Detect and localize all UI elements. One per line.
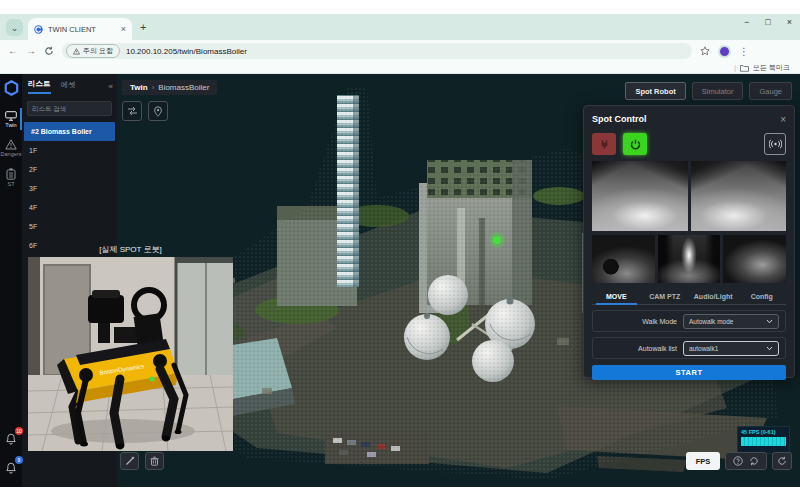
list-search-input[interactable] [27, 101, 112, 116]
pencil-icon [125, 456, 135, 466]
spot-robot-photo: BostonDynamics [28, 257, 233, 451]
refresh-icon [777, 456, 787, 466]
autowalk-list-label: Autowalk list [638, 345, 677, 352]
browser-toolbar: ← → 주의 요함 10.200.10.205/twin/BiomassBoil… [0, 40, 800, 62]
view-button-gauge[interactable]: Gauge [749, 82, 792, 100]
measure-button[interactable] [120, 452, 139, 470]
browser-menu-button[interactable]: ⋮ [739, 46, 749, 57]
bell-icon [5, 433, 17, 445]
tab-close-icon[interactable]: × [121, 24, 126, 34]
camera-feed-left [592, 235, 655, 283]
list-item[interactable]: 4F [22, 198, 117, 217]
sidebar-collapse-button[interactable]: « [109, 82, 113, 91]
camera-feed-front-right [691, 161, 787, 231]
monitor-icon [5, 111, 17, 121]
list-item[interactable]: #2 Biomass Boiler [24, 122, 115, 141]
spot-control-panel: Spot Control × [583, 105, 795, 378]
signal-icon [769, 139, 782, 149]
location-pin-icon [153, 106, 163, 117]
control-tab-move[interactable]: MOVE [592, 289, 641, 304]
rail-item-dangers[interactable]: Dangers [0, 134, 22, 161]
security-chip-label: 주의 요함 [83, 46, 113, 56]
robot-position-marker[interactable] [493, 236, 501, 244]
bookmarks-divider: | [734, 63, 736, 72]
panel-title: Spot Control [592, 114, 647, 124]
alert-count-badge: 10 [15, 427, 23, 435]
site-security-chip[interactable]: 주의 요함 [66, 44, 120, 58]
window-close-button[interactable]: × [787, 17, 792, 27]
autowalk-list-value: autowalk1 [689, 345, 763, 352]
profile-avatar[interactable] [718, 45, 731, 58]
notice-count-badge: 9 [15, 456, 23, 464]
walk-mode-value: Autowalk mode [689, 318, 763, 325]
camera-feed-front-left [592, 161, 688, 231]
bookmarks-bar: | 모든 북마크 [0, 62, 800, 74]
walk-mode-row: Walk Mode Autowalk mode [592, 310, 786, 332]
breadcrumb-current: BiomassBoiler [158, 83, 209, 92]
app-rail: Twin Dangers ST 10 9 [0, 74, 22, 487]
location-pin-button[interactable] [148, 101, 168, 121]
breadcrumb-root[interactable]: Twin [130, 83, 148, 92]
list-item[interactable]: 3F [22, 179, 117, 198]
window-minimize-button[interactable]: − [744, 17, 749, 27]
sidebar-tab-asset[interactable]: 에셋 [61, 80, 76, 93]
list-item[interactable]: 1F [22, 141, 117, 160]
browser-tab[interactable]: TWIN CLIENT × [28, 18, 132, 40]
screenshot-root: ⌄ TWIN CLIENT × + − □ × ← → 주의 요함 10.200… [0, 0, 800, 500]
app-logo [4, 80, 19, 96]
walk-mode-select[interactable]: Autowalk mode [683, 314, 779, 329]
chevron-down-icon: ⌄ [11, 23, 19, 33]
delete-button[interactable] [145, 452, 164, 470]
camera-feed-back [658, 235, 721, 283]
reload-button[interactable] [44, 46, 54, 56]
warning-icon [73, 48, 80, 55]
refresh-view-button[interactable] [772, 452, 792, 470]
breadcrumb: Twin › BiomassBoiler [122, 80, 217, 95]
battery-icon [6, 168, 16, 180]
rail-item-st[interactable]: ST [0, 163, 22, 191]
camera-feed-right [723, 235, 786, 283]
bell-icon [5, 462, 17, 474]
breadcrumb-separator: › [152, 83, 155, 92]
list-item[interactable]: 5F [22, 217, 117, 236]
panel-close-button[interactable]: × [780, 114, 786, 125]
power-on-button[interactable] [623, 133, 647, 155]
view-button-spot-robot[interactable]: Spot Robot [625, 82, 685, 100]
url-bar[interactable]: 주의 요함 10.200.10.205/twin/BiomassBoiler [62, 43, 692, 59]
control-tab-audio-light[interactable]: Audio/Light [689, 289, 738, 304]
new-tab-button[interactable]: + [140, 21, 146, 33]
start-button[interactable]: START [592, 365, 786, 380]
star-icon [700, 46, 710, 56]
compare-view-button[interactable] [122, 101, 142, 121]
control-tab-cam-ptz[interactable]: CAM PTZ [641, 289, 690, 304]
chevron-down-icon [766, 346, 773, 351]
spot-robot-illustration: BostonDynamics [28, 257, 233, 451]
view-button-simulator[interactable]: Simulator [692, 82, 744, 100]
alerts-button[interactable]: 10 [5, 431, 17, 449]
list-item[interactable]: 2F [22, 160, 117, 179]
control-tab-config[interactable]: Config [738, 289, 787, 304]
twin-app: Twin Dangers ST 10 9 리스트 [0, 74, 800, 487]
all-bookmarks-button[interactable]: 모든 북마크 [753, 63, 790, 73]
autowalk-list-select[interactable]: autowalk1 [683, 341, 779, 356]
trash-icon [150, 456, 159, 466]
compare-arrows-icon [127, 106, 138, 116]
power-off-button[interactable] [592, 133, 616, 155]
tab-title: TWIN CLIENT [48, 25, 116, 34]
help-icon[interactable] [733, 456, 743, 466]
tab-list-button[interactable]: ⌄ [6, 19, 23, 36]
rail-item-twin[interactable]: Twin [0, 106, 22, 132]
window-maximize-button[interactable]: □ [765, 17, 770, 27]
browser-tabstrip: ⌄ TWIN CLIENT × + − □ × [0, 14, 800, 40]
forward-button[interactable]: → [26, 46, 36, 56]
fps-toggle-button[interactable]: FPS [686, 452, 720, 470]
folder-icon [740, 64, 749, 72]
fps-meter: 45 FPS (0-61) [737, 426, 790, 454]
bookmark-star-button[interactable] [700, 42, 710, 60]
rail-item-label: ST [7, 181, 14, 187]
back-button[interactable]: ← [8, 46, 18, 56]
comms-button[interactable] [764, 133, 786, 155]
sidebar-tab-list[interactable]: 리스트 [28, 79, 51, 94]
reset-view-icon[interactable] [749, 456, 759, 466]
notices-button[interactable]: 9 [5, 460, 17, 478]
